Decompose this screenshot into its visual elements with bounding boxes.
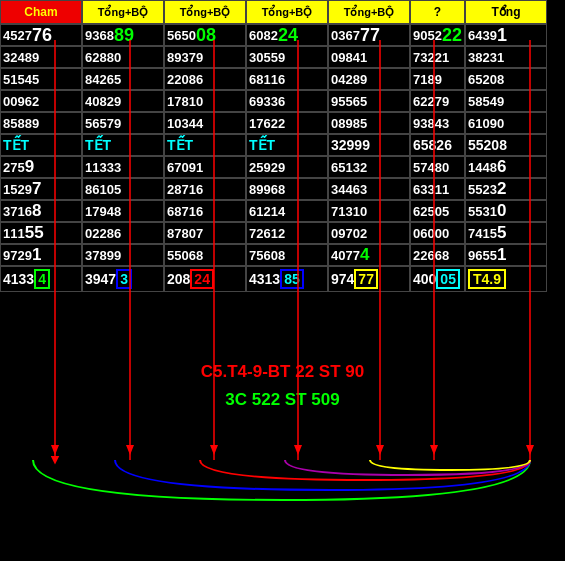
r1c6: 905222 bbox=[410, 24, 465, 46]
r12c6: 40005 bbox=[410, 266, 465, 292]
r7c6: 57480 bbox=[410, 156, 465, 178]
svg-marker-12 bbox=[430, 445, 438, 455]
r3c5: 04289 bbox=[328, 68, 410, 90]
r11c5: 40774 bbox=[328, 244, 410, 266]
r8c4: 89968 bbox=[246, 178, 328, 200]
r3c2: 84265 bbox=[82, 68, 164, 90]
r4c7: 58549 bbox=[465, 90, 547, 112]
r8c2: 86105 bbox=[82, 178, 164, 200]
header-col6: ? bbox=[410, 0, 465, 24]
r7c1: 2759 bbox=[0, 156, 82, 178]
r12c3: 20824 bbox=[164, 266, 246, 292]
r7c3: 67091 bbox=[164, 156, 246, 178]
r5c2: 56579 bbox=[82, 112, 164, 134]
r8c5: 34463 bbox=[328, 178, 410, 200]
header-col4: Tổng+BỘ bbox=[246, 0, 328, 24]
header-col2: Tổng+BỘ bbox=[82, 0, 164, 24]
r5c5: 08985 bbox=[328, 112, 410, 134]
r7c4: 25929 bbox=[246, 156, 328, 178]
r5c1: 85889 bbox=[0, 112, 82, 134]
r4c3: 17810 bbox=[164, 90, 246, 112]
r10c6: 06000 bbox=[410, 222, 465, 244]
footer-line1: C5.T4-9-BT 22 ST 90 bbox=[0, 358, 565, 386]
r9c7: 55310 bbox=[465, 200, 547, 222]
r2c6: 73221 bbox=[410, 46, 465, 68]
header-col1: Cham bbox=[0, 0, 82, 24]
r9c1: 37168 bbox=[0, 200, 82, 222]
r8c1: 15297 bbox=[0, 178, 82, 200]
header-col3: Tổng+BỘ bbox=[164, 0, 246, 24]
r1c7: 64391 bbox=[465, 24, 547, 46]
svg-marker-8 bbox=[126, 445, 134, 455]
r4c1: 00962 bbox=[0, 90, 82, 112]
r10c2: 02286 bbox=[82, 222, 164, 244]
r3c4: 68116 bbox=[246, 68, 328, 90]
r4c6: 62279 bbox=[410, 90, 465, 112]
r2c5: 09841 bbox=[328, 46, 410, 68]
svg-marker-9 bbox=[210, 445, 218, 455]
header-col7: Tổng bbox=[465, 0, 547, 24]
tet-c5: 32999 bbox=[328, 134, 410, 156]
r7c5: 65132 bbox=[328, 156, 410, 178]
r7c7: 14486 bbox=[465, 156, 547, 178]
r3c3: 22086 bbox=[164, 68, 246, 90]
svg-marker-10 bbox=[294, 445, 302, 455]
r7c2: 11333 bbox=[82, 156, 164, 178]
r12c4: 431385 bbox=[246, 266, 328, 292]
r3c7: 65208 bbox=[465, 68, 547, 90]
r2c1: 32489 bbox=[0, 46, 82, 68]
r9c4: 61214 bbox=[246, 200, 328, 222]
r12c1: 41334 bbox=[0, 266, 82, 292]
header-col5: Tổng+BỘ bbox=[328, 0, 410, 24]
r5c7: 61090 bbox=[465, 112, 547, 134]
r5c3: 10344 bbox=[164, 112, 246, 134]
r4c4: 69336 bbox=[246, 90, 328, 112]
r2c4: 30559 bbox=[246, 46, 328, 68]
r8c6: 63311 bbox=[410, 178, 465, 200]
r8c7: 55232 bbox=[465, 178, 547, 200]
r10c5: 09702 bbox=[328, 222, 410, 244]
r8c3: 28716 bbox=[164, 178, 246, 200]
r2c3: 89379 bbox=[164, 46, 246, 68]
r1c1: 452776 bbox=[0, 24, 82, 46]
tet-c2: TẾT bbox=[82, 134, 164, 156]
r1c5: 036777 bbox=[328, 24, 410, 46]
footer-line2: 3C 522 ST 509 bbox=[0, 386, 565, 414]
r12c2: 39473 bbox=[82, 266, 164, 292]
r10c3: 87807 bbox=[164, 222, 246, 244]
r9c3: 68716 bbox=[164, 200, 246, 222]
r3c1: 51545 bbox=[0, 68, 82, 90]
r9c2: 17948 bbox=[82, 200, 164, 222]
tet-c1: TẾT bbox=[0, 134, 82, 156]
r9c6: 62505 bbox=[410, 200, 465, 222]
tet-c4: TẾT bbox=[246, 134, 328, 156]
r10c4: 72612 bbox=[246, 222, 328, 244]
r11c7: 96551 bbox=[465, 244, 547, 266]
tet-c7: 55208 bbox=[465, 134, 547, 156]
svg-marker-13 bbox=[526, 445, 534, 455]
tet-c3: TẾT bbox=[164, 134, 246, 156]
r5c4: 17622 bbox=[246, 112, 328, 134]
r2c7: 38231 bbox=[465, 46, 547, 68]
r11c3: 55068 bbox=[164, 244, 246, 266]
r12c7: T4.9 bbox=[465, 266, 547, 292]
r10c7: 74155 bbox=[465, 222, 547, 244]
r11c4: 75608 bbox=[246, 244, 328, 266]
svg-marker-7 bbox=[51, 445, 59, 455]
r1c3: 565008 bbox=[164, 24, 246, 46]
r5c6: 93843 bbox=[410, 112, 465, 134]
r11c6: 22668 bbox=[410, 244, 465, 266]
tet-c6: 65826 bbox=[410, 134, 465, 156]
svg-marker-11 bbox=[376, 445, 384, 455]
r12c5: 97477 bbox=[328, 266, 410, 292]
r4c2: 40829 bbox=[82, 90, 164, 112]
r11c1: 97291 bbox=[0, 244, 82, 266]
r10c1: 11155 bbox=[0, 222, 82, 244]
r2c2: 62880 bbox=[82, 46, 164, 68]
r1c4: 608224 bbox=[246, 24, 328, 46]
r11c2: 37899 bbox=[82, 244, 164, 266]
r1c2: 936889 bbox=[82, 24, 164, 46]
r3c6: 7189 bbox=[410, 68, 465, 90]
r4c5: 95565 bbox=[328, 90, 410, 112]
r9c5: 71310 bbox=[328, 200, 410, 222]
